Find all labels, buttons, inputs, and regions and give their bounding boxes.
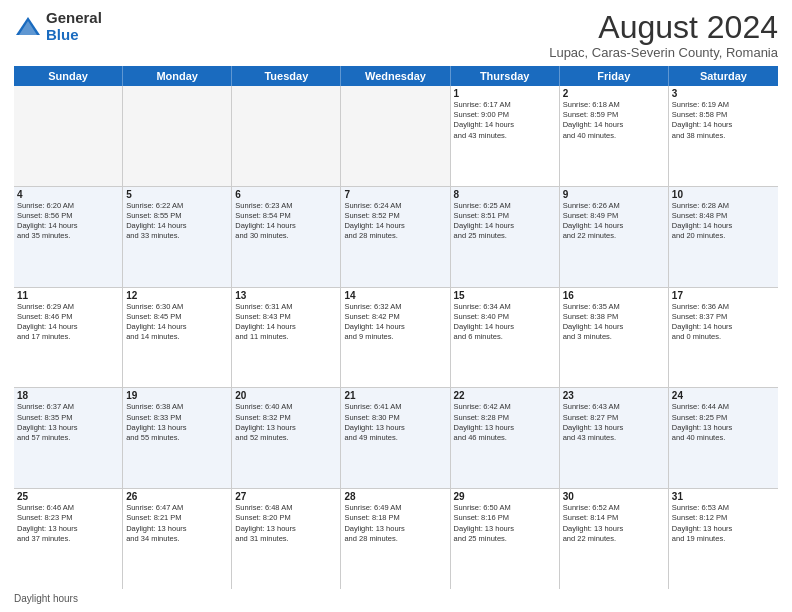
cell-info: Sunrise: 6:44 AM Sunset: 8:25 PM Dayligh… xyxy=(672,402,775,443)
day-cell-31: 31Sunrise: 6:53 AM Sunset: 8:12 PM Dayli… xyxy=(669,489,778,589)
day-number: 26 xyxy=(126,491,228,502)
day-cell-23: 23Sunrise: 6:43 AM Sunset: 8:27 PM Dayli… xyxy=(560,388,669,488)
cell-info: Sunrise: 6:19 AM Sunset: 8:58 PM Dayligh… xyxy=(672,100,775,141)
day-number: 20 xyxy=(235,390,337,401)
cell-info: Sunrise: 6:25 AM Sunset: 8:51 PM Dayligh… xyxy=(454,201,556,242)
logo: General Blue xyxy=(14,10,102,43)
day-cell-3: 3Sunrise: 6:19 AM Sunset: 8:58 PM Daylig… xyxy=(669,86,778,186)
logo-icon xyxy=(14,13,42,41)
cell-info: Sunrise: 6:20 AM Sunset: 8:56 PM Dayligh… xyxy=(17,201,119,242)
subtitle: Lupac, Caras-Severin County, Romania xyxy=(549,45,778,60)
day-cell-24: 24Sunrise: 6:44 AM Sunset: 8:25 PM Dayli… xyxy=(669,388,778,488)
day-cell-4: 4Sunrise: 6:20 AM Sunset: 8:56 PM Daylig… xyxy=(14,187,123,287)
day-cell-21: 21Sunrise: 6:41 AM Sunset: 8:30 PM Dayli… xyxy=(341,388,450,488)
main-title: August 2024 xyxy=(549,10,778,45)
day-number: 4 xyxy=(17,189,119,200)
day-number: 14 xyxy=(344,290,446,301)
calendar-row-2: 4Sunrise: 6:20 AM Sunset: 8:56 PM Daylig… xyxy=(14,187,778,288)
cell-info: Sunrise: 6:38 AM Sunset: 8:33 PM Dayligh… xyxy=(126,402,228,443)
cell-info: Sunrise: 6:17 AM Sunset: 9:00 PM Dayligh… xyxy=(454,100,556,141)
calendar: SundayMondayTuesdayWednesdayThursdayFrid… xyxy=(14,66,778,589)
calendar-row-5: 25Sunrise: 6:46 AM Sunset: 8:23 PM Dayli… xyxy=(14,489,778,589)
cell-info: Sunrise: 6:30 AM Sunset: 8:45 PM Dayligh… xyxy=(126,302,228,343)
day-number: 1 xyxy=(454,88,556,99)
day-cell-7: 7Sunrise: 6:24 AM Sunset: 8:52 PM Daylig… xyxy=(341,187,450,287)
daylight-hours-label: Daylight hours xyxy=(14,593,78,604)
logo-blue: Blue xyxy=(46,27,102,44)
calendar-row-1: 1Sunrise: 6:17 AM Sunset: 9:00 PM Daylig… xyxy=(14,86,778,187)
day-cell-15: 15Sunrise: 6:34 AM Sunset: 8:40 PM Dayli… xyxy=(451,288,560,388)
day-number: 2 xyxy=(563,88,665,99)
day-number: 7 xyxy=(344,189,446,200)
day-number: 22 xyxy=(454,390,556,401)
day-number: 24 xyxy=(672,390,775,401)
header: General Blue August 2024 Lupac, Caras-Se… xyxy=(14,10,778,60)
calendar-row-3: 11Sunrise: 6:29 AM Sunset: 8:46 PM Dayli… xyxy=(14,288,778,389)
day-number: 27 xyxy=(235,491,337,502)
day-cell-28: 28Sunrise: 6:49 AM Sunset: 8:18 PM Dayli… xyxy=(341,489,450,589)
day-cell-25: 25Sunrise: 6:46 AM Sunset: 8:23 PM Dayli… xyxy=(14,489,123,589)
day-number: 21 xyxy=(344,390,446,401)
cell-info: Sunrise: 6:46 AM Sunset: 8:23 PM Dayligh… xyxy=(17,503,119,544)
day-number: 15 xyxy=(454,290,556,301)
day-cell-10: 10Sunrise: 6:28 AM Sunset: 8:48 PM Dayli… xyxy=(669,187,778,287)
cell-info: Sunrise: 6:52 AM Sunset: 8:14 PM Dayligh… xyxy=(563,503,665,544)
empty-cell xyxy=(14,86,123,186)
day-header-saturday: Saturday xyxy=(669,66,778,86)
day-cell-5: 5Sunrise: 6:22 AM Sunset: 8:55 PM Daylig… xyxy=(123,187,232,287)
day-header-wednesday: Wednesday xyxy=(341,66,450,86)
cell-info: Sunrise: 6:28 AM Sunset: 8:48 PM Dayligh… xyxy=(672,201,775,242)
day-cell-6: 6Sunrise: 6:23 AM Sunset: 8:54 PM Daylig… xyxy=(232,187,341,287)
day-header-friday: Friday xyxy=(560,66,669,86)
cell-info: Sunrise: 6:18 AM Sunset: 8:59 PM Dayligh… xyxy=(563,100,665,141)
day-cell-11: 11Sunrise: 6:29 AM Sunset: 8:46 PM Dayli… xyxy=(14,288,123,388)
cell-info: Sunrise: 6:49 AM Sunset: 8:18 PM Dayligh… xyxy=(344,503,446,544)
cell-info: Sunrise: 6:34 AM Sunset: 8:40 PM Dayligh… xyxy=(454,302,556,343)
day-number: 28 xyxy=(344,491,446,502)
cell-info: Sunrise: 6:43 AM Sunset: 8:27 PM Dayligh… xyxy=(563,402,665,443)
day-cell-1: 1Sunrise: 6:17 AM Sunset: 9:00 PM Daylig… xyxy=(451,86,560,186)
day-number: 9 xyxy=(563,189,665,200)
cell-info: Sunrise: 6:41 AM Sunset: 8:30 PM Dayligh… xyxy=(344,402,446,443)
day-number: 30 xyxy=(563,491,665,502)
logo-text: General Blue xyxy=(46,10,102,43)
day-cell-9: 9Sunrise: 6:26 AM Sunset: 8:49 PM Daylig… xyxy=(560,187,669,287)
day-number: 8 xyxy=(454,189,556,200)
cell-info: Sunrise: 6:26 AM Sunset: 8:49 PM Dayligh… xyxy=(563,201,665,242)
title-block: August 2024 Lupac, Caras-Severin County,… xyxy=(549,10,778,60)
day-number: 12 xyxy=(126,290,228,301)
day-header-sunday: Sunday xyxy=(14,66,123,86)
day-number: 6 xyxy=(235,189,337,200)
cell-info: Sunrise: 6:48 AM Sunset: 8:20 PM Dayligh… xyxy=(235,503,337,544)
day-number: 29 xyxy=(454,491,556,502)
cell-info: Sunrise: 6:24 AM Sunset: 8:52 PM Dayligh… xyxy=(344,201,446,242)
day-number: 5 xyxy=(126,189,228,200)
day-cell-14: 14Sunrise: 6:32 AM Sunset: 8:42 PM Dayli… xyxy=(341,288,450,388)
day-number: 31 xyxy=(672,491,775,502)
day-cell-17: 17Sunrise: 6:36 AM Sunset: 8:37 PM Dayli… xyxy=(669,288,778,388)
day-number: 10 xyxy=(672,189,775,200)
footer: Daylight hours xyxy=(14,593,778,604)
day-header-monday: Monday xyxy=(123,66,232,86)
cell-info: Sunrise: 6:37 AM Sunset: 8:35 PM Dayligh… xyxy=(17,402,119,443)
day-header-tuesday: Tuesday xyxy=(232,66,341,86)
logo-general: General xyxy=(46,10,102,27)
cell-info: Sunrise: 6:47 AM Sunset: 8:21 PM Dayligh… xyxy=(126,503,228,544)
day-cell-8: 8Sunrise: 6:25 AM Sunset: 8:51 PM Daylig… xyxy=(451,187,560,287)
day-cell-26: 26Sunrise: 6:47 AM Sunset: 8:21 PM Dayli… xyxy=(123,489,232,589)
calendar-row-4: 18Sunrise: 6:37 AM Sunset: 8:35 PM Dayli… xyxy=(14,388,778,489)
day-number: 13 xyxy=(235,290,337,301)
day-number: 25 xyxy=(17,491,119,502)
empty-cell xyxy=(341,86,450,186)
day-cell-12: 12Sunrise: 6:30 AM Sunset: 8:45 PM Dayli… xyxy=(123,288,232,388)
day-cell-27: 27Sunrise: 6:48 AM Sunset: 8:20 PM Dayli… xyxy=(232,489,341,589)
cell-info: Sunrise: 6:53 AM Sunset: 8:12 PM Dayligh… xyxy=(672,503,775,544)
day-number: 17 xyxy=(672,290,775,301)
day-header-thursday: Thursday xyxy=(451,66,560,86)
cell-info: Sunrise: 6:40 AM Sunset: 8:32 PM Dayligh… xyxy=(235,402,337,443)
day-number: 11 xyxy=(17,290,119,301)
cell-info: Sunrise: 6:36 AM Sunset: 8:37 PM Dayligh… xyxy=(672,302,775,343)
day-cell-20: 20Sunrise: 6:40 AM Sunset: 8:32 PM Dayli… xyxy=(232,388,341,488)
empty-cell xyxy=(123,86,232,186)
cell-info: Sunrise: 6:50 AM Sunset: 8:16 PM Dayligh… xyxy=(454,503,556,544)
